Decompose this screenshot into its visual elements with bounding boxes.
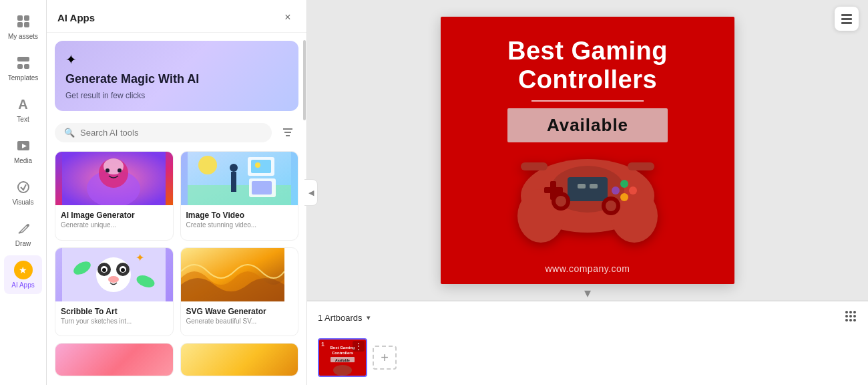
canvas-top-text: Best Gaming Controllers Available	[507, 37, 668, 142]
design-canvas: Best Gaming Controllers Available	[441, 17, 734, 284]
svg-text:Best Gaming: Best Gaming	[330, 346, 355, 350]
grid-view-button[interactable]	[844, 309, 857, 326]
sidebar-label-media: Media	[14, 157, 32, 164]
apps-grid: AI Image Generator Generate unique...	[47, 148, 306, 385]
close-panel-button[interactable]: ×	[280, 9, 296, 25]
ai-panel: AI Apps × ✦ Generate Magic With AI Get r…	[47, 0, 307, 385]
svg-point-73	[853, 319, 856, 322]
svg-rect-63	[578, 184, 586, 188]
bottom-bar: 1 Artboards ▾	[307, 301, 868, 334]
collapse-panel-button[interactable]: ◀	[304, 179, 318, 206]
thumb-page-num: 1	[321, 341, 324, 348]
svg-rect-64	[590, 184, 598, 188]
filter-button[interactable]	[277, 122, 298, 143]
svg-point-22	[198, 156, 217, 174]
svg-point-68	[845, 315, 848, 317]
svg-point-53	[620, 180, 628, 188]
image-to-video-thumb	[181, 152, 298, 205]
panel-header: AI Apps ×	[47, 0, 306, 33]
ai-image-generator-name: AI Image Generator	[61, 211, 168, 220]
canvas-expand-chevron[interactable]: ▾	[584, 285, 591, 301]
artboards-left: 1 Artboards ▾	[318, 313, 371, 323]
templates-icon	[14, 53, 33, 72]
visuals-icon	[14, 178, 33, 197]
artboards-chevron-icon[interactable]: ▾	[367, 313, 371, 322]
sidebar-item-ai-apps[interactable]: ★ AI Apps	[4, 255, 42, 294]
hero-banner: ✦ Generate Magic With AI Get result in f…	[55, 41, 298, 111]
svg-rect-4	[17, 57, 29, 61]
sidebar-item-text[interactable]: A Text	[4, 90, 42, 128]
svg-point-27	[255, 162, 260, 168]
svg-rect-50	[568, 177, 608, 201]
svg-wave-generator-name: SVG Wave Generator	[186, 307, 293, 316]
scribble-to-art-desc: Turn your sketches int...	[61, 317, 168, 325]
svg-point-10	[27, 224, 29, 227]
svg-rect-1	[24, 15, 29, 21]
ai-panel-wrapper: AI Apps × ✦ Generate Magic With AI Get r…	[47, 0, 307, 385]
left-sidebar: My assets Templates A Text Media	[0, 0, 47, 385]
ai-image-generator-thumb	[55, 152, 173, 205]
sidebar-item-templates[interactable]: Templates	[4, 48, 42, 87]
svg-rect-5	[17, 64, 23, 69]
app-card-svg-wave-generator[interactable]: SVG Wave Generator Generate beautiful SV…	[180, 247, 299, 337]
svg-wave-generator-desc: Generate beautiful SV...	[186, 317, 293, 325]
app-card-image-to-video[interactable]: Image To Video Create stunning video...	[180, 151, 299, 241]
svg-point-9	[18, 182, 29, 192]
svg-wave-generator-thumb	[181, 248, 298, 301]
sidebar-item-media[interactable]: Media	[4, 131, 42, 170]
thumbnail-1[interactable]: 1 ⋮ Best Gaming Controllers Available	[318, 338, 367, 377]
search-input[interactable]	[80, 128, 262, 138]
main-canvas: Best Gaming Controllers Available	[307, 0, 868, 385]
svg-point-72	[849, 319, 852, 322]
sidebar-item-draw[interactable]: Draw	[4, 214, 42, 253]
my-assets-icon	[14, 12, 33, 31]
thumbnails-strip: 1 ⋮ Best Gaming Controllers Available +	[307, 334, 868, 385]
svg-point-56	[620, 193, 628, 201]
hero-title: Generate Magic With AI	[65, 72, 288, 87]
svg-rect-6	[24, 64, 29, 69]
bottom-section: 1 Artboards ▾ 1	[307, 300, 868, 385]
scribble-to-art-name: Scribble To Art	[61, 307, 168, 316]
sidebar-item-visuals[interactable]: Visuals	[4, 172, 42, 211]
canvas-area: Best Gaming Controllers Available	[307, 0, 868, 300]
thumb-options-button[interactable]: ⋮	[353, 341, 365, 352]
artboards-label: 1 Artboards	[318, 313, 363, 323]
scribble-to-art-info: Scribble To Art Turn your sketches int..…	[55, 301, 173, 330]
draw-icon	[14, 219, 33, 238]
svg-rect-3	[24, 22, 29, 27]
app-card-sixth[interactable]	[180, 343, 299, 376]
svg-point-60	[606, 201, 616, 211]
sidebar-label-my-assets: My assets	[8, 33, 38, 40]
sidebar-label-ai-apps: AI Apps	[11, 281, 34, 289]
search-icon: 🔍	[64, 128, 75, 138]
svg-point-19	[118, 168, 122, 172]
svg-point-38	[108, 276, 119, 283]
svg-point-65	[845, 311, 848, 313]
hero-sparkle-icon: ✦	[65, 51, 288, 68]
svg-rect-29	[252, 181, 272, 195]
app-card-fifth[interactable]	[55, 343, 174, 376]
svg-point-79	[333, 365, 352, 376]
image-to-video-name: Image To Video	[186, 211, 293, 220]
canvas-underline	[531, 100, 644, 102]
canvas-title: Best Gaming Controllers	[507, 37, 668, 95]
app-card-ai-image-generator[interactable]: AI Image Generator Generate unique...	[55, 151, 174, 241]
ai-apps-icon: ★	[14, 261, 33, 279]
app-card-scribble-to-art[interactable]: ✦ Scribble To Art Turn your sketches int…	[55, 247, 174, 337]
svg-point-37	[121, 268, 125, 272]
hero-subtitle: Get result in few clicks	[65, 91, 288, 100]
panel-title: AI Apps	[57, 12, 95, 23]
layers-button[interactable]	[835, 7, 859, 31]
svg-point-58	[556, 196, 566, 207]
scribble-to-art-thumb: ✦	[55, 248, 173, 301]
svg-rect-45	[841, 22, 852, 24]
sidebar-item-my-assets[interactable]: My assets	[4, 7, 42, 45]
sidebar-label-visuals: Visuals	[12, 199, 33, 206]
svg-point-18	[105, 168, 110, 172]
svg-rect-0	[17, 15, 23, 21]
svg-point-70	[853, 315, 856, 317]
svg-point-54	[629, 186, 637, 195]
sixth-thumb	[181, 344, 298, 376]
svg-wave-generator-info: SVG Wave Generator Generate beautiful SV…	[181, 301, 298, 330]
add-artboard-button[interactable]: +	[373, 346, 397, 370]
